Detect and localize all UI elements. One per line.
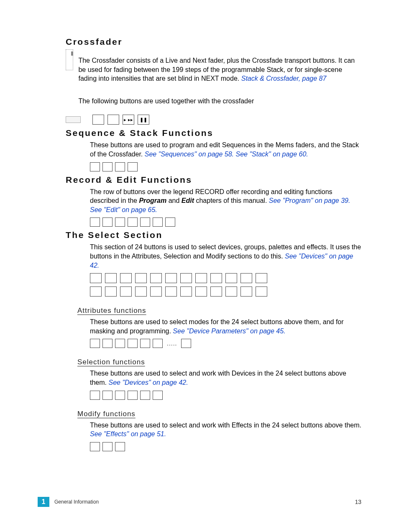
link-device-parameters[interactable]: See "Device Parameters" on page 45.	[173, 327, 285, 335]
button-box	[128, 391, 138, 400]
link-effects[interactable]: See "Effects" on page 51.	[90, 430, 166, 437]
record-para: The row of buttons over the legend RECOR…	[90, 187, 361, 215]
button-box	[102, 217, 113, 227]
heading-sequence: Sequence & Stack Functions	[66, 128, 361, 138]
button-box	[115, 391, 125, 400]
button-box	[140, 339, 150, 348]
select-button	[225, 286, 237, 297]
select-button	[150, 286, 162, 297]
select-button	[120, 286, 132, 297]
button-box	[181, 339, 191, 348]
button-box	[102, 162, 113, 171]
select-button	[240, 273, 252, 283]
link-stack-crossfader[interactable]: Stack & Crossfader, page 87	[241, 75, 327, 82]
transport-pause-icon: ❚❚	[138, 115, 149, 125]
select-button	[105, 286, 117, 297]
select-button	[105, 273, 117, 283]
select-button	[90, 286, 102, 297]
select-button	[256, 286, 267, 297]
select-button	[90, 273, 102, 283]
select-button	[256, 273, 267, 283]
select-button	[210, 286, 222, 297]
button-box	[153, 391, 163, 400]
button-box	[102, 391, 113, 400]
button-box	[128, 339, 138, 348]
transport-btn-2	[107, 115, 119, 125]
button-box	[90, 162, 100, 171]
select-button	[195, 286, 207, 297]
select-button	[180, 273, 192, 283]
bold-edit: Edit	[182, 197, 194, 204]
button-box	[165, 217, 175, 227]
chapter-title: General Information	[54, 499, 355, 505]
link-devices-2[interactable]: See "Devices" on page 42.	[108, 379, 188, 386]
record-btn-row	[90, 217, 361, 227]
attributes-para: These buttons are used to select modes f…	[90, 317, 361, 335]
heading-selection: Selection functions	[77, 358, 361, 366]
button-box	[153, 339, 163, 348]
heading-select-section: The Select Section	[66, 230, 361, 240]
select-button	[180, 286, 192, 297]
link-program[interactable]: See "Program" on page 39.	[269, 197, 350, 204]
button-box	[140, 391, 150, 400]
ellipsis: .....	[165, 340, 179, 347]
chapter-number-chip: 1	[38, 497, 49, 507]
selection-para: These buttons are used to select and wor…	[90, 369, 361, 387]
button-box	[90, 442, 100, 451]
button-box	[115, 442, 125, 451]
transport-play-icon: ▸ ▸▸	[123, 115, 134, 125]
button-box	[140, 217, 150, 227]
button-box	[128, 217, 138, 227]
heading-crossfader: Crossfader	[66, 37, 361, 47]
page-footer: 1 General Information 13	[0, 497, 399, 507]
legend-box-icon	[66, 116, 81, 123]
crossfader-para1: The Crossfader consists of a Live and Ne…	[78, 56, 361, 83]
select-button	[120, 273, 132, 283]
button-box	[102, 442, 113, 451]
button-box	[90, 217, 100, 227]
button-box	[90, 391, 100, 400]
transport-btn-1	[92, 115, 104, 125]
link-sequences[interactable]: See "Sequences" on page 58.	[145, 151, 234, 158]
button-box	[90, 339, 100, 348]
sequence-btn-row	[90, 162, 361, 171]
selection-btn-row	[90, 391, 361, 400]
page-number: 13	[355, 499, 361, 505]
select-button	[240, 286, 252, 297]
sequence-para: These buttons are used to program and ed…	[90, 141, 361, 159]
select-button	[165, 273, 177, 283]
button-box	[115, 162, 125, 171]
modify-para: These buttons are used to select and wor…	[90, 421, 361, 439]
heading-attributes: Attributes functions	[77, 307, 361, 315]
select-button-grid	[90, 273, 361, 297]
crossfader-para2: The following buttons are used together …	[78, 97, 361, 106]
select-button	[135, 273, 147, 283]
bold-program: Program	[139, 197, 166, 204]
heading-modify: Modify functions	[77, 410, 361, 418]
select-button	[150, 273, 162, 283]
button-box	[102, 339, 113, 348]
crossfader-diagram-icon	[66, 49, 73, 70]
button-box	[128, 162, 138, 171]
link-edit[interactable]: See "Edit" on page 65.	[90, 206, 157, 213]
attributes-btn-row: .....	[90, 339, 361, 348]
select-button	[225, 273, 237, 283]
select-button	[135, 286, 147, 297]
button-box	[115, 339, 125, 348]
crossfader-transport-row: ▸ ▸▸ ❚❚	[66, 115, 361, 125]
select-button	[210, 273, 222, 283]
button-box	[153, 217, 163, 227]
link-stack[interactable]: See "Stack" on page 60.	[236, 151, 308, 158]
select-button	[165, 286, 177, 297]
button-box	[115, 217, 125, 227]
select-button	[195, 273, 207, 283]
heading-record: Record & Edit Functions	[66, 175, 361, 185]
modify-btn-row	[90, 442, 361, 451]
select-section-para: This section of 24 buttons is used to se…	[90, 243, 361, 270]
